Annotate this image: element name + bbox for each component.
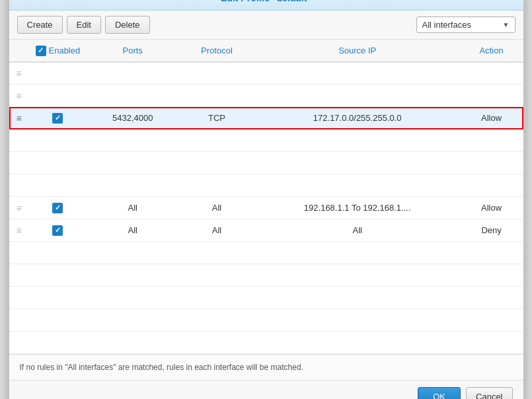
protocol-cell: All	[178, 197, 255, 219]
table-row: ≡	[9, 62, 523, 85]
action-cell	[460, 85, 523, 107]
header-checkbox[interactable]	[36, 46, 46, 56]
source-ip-cell: All	[255, 219, 460, 242]
col-enabled: Enabled	[29, 40, 87, 62]
source-ip-cell: 192.168.1.1 To 192.168.1....	[255, 197, 460, 219]
ports-cell: All	[87, 197, 178, 219]
col-drag	[9, 40, 29, 62]
edit-profile-dialog: Edit Profile "default" Create Edit Delet…	[9, 0, 524, 399]
interface-select-value: All interfaces	[422, 20, 471, 30]
row-checkbox[interactable]	[52, 113, 63, 124]
edit-button[interactable]: Edit	[67, 16, 101, 34]
ports-cell: 5432,4000	[87, 107, 178, 129]
protocol-cell	[178, 62, 255, 85]
create-button[interactable]: Create	[17, 16, 63, 34]
action-cell: Deny	[460, 219, 523, 242]
table-row	[9, 309, 523, 332]
enabled-cell[interactable]	[29, 219, 87, 242]
protocol-cell: TCP	[178, 107, 255, 129]
ports-cell	[87, 62, 178, 85]
action-cell: Allow	[460, 107, 523, 129]
rules-table: Enabled Ports Protocol Source IP Action …	[9, 40, 523, 354]
drag-handle-cell: ≡	[9, 85, 29, 107]
table-row	[9, 129, 523, 152]
drag-handle-icon[interactable]: ≡	[16, 68, 21, 79]
ports-cell: All	[87, 219, 178, 242]
row-checkbox[interactable]	[52, 203, 63, 213]
interface-select[interactable]: All interfaces ▼	[416, 17, 515, 33]
drag-handle-cell: ≡	[9, 107, 29, 129]
table-row[interactable]: ≡ All All 192.168.1.1 To 192.168.1.... A…	[9, 197, 523, 219]
dialog-title-bar: Edit Profile "default"	[9, 0, 523, 11]
table-row	[9, 287, 523, 309]
drag-handle-icon[interactable]: ≡	[16, 225, 21, 236]
dialog-title: Edit Profile "default"	[221, 0, 311, 3]
drag-handle-cell: ≡	[9, 197, 29, 219]
enabled-cell[interactable]	[29, 197, 87, 219]
enabled-cell	[29, 62, 87, 85]
cancel-button[interactable]: Cancel	[466, 387, 512, 399]
col-protocol: Protocol	[178, 40, 255, 62]
drag-handle-cell: ≡	[9, 62, 29, 85]
ok-button[interactable]: OK	[418, 387, 461, 399]
table-row: ≡	[9, 85, 523, 107]
source-ip-cell	[255, 62, 460, 85]
action-cell	[460, 62, 523, 85]
table-container: Enabled Ports Protocol Source IP Action …	[9, 40, 523, 354]
drag-handle-icon[interactable]: ≡	[16, 91, 21, 101]
ports-cell	[87, 85, 178, 107]
source-ip-cell: 172.17.0.0/255.255.0.0	[255, 107, 460, 129]
table-row	[9, 242, 523, 264]
footer-note: If no rules in "All interfaces" are matc…	[9, 354, 523, 380]
table-row-highlighted[interactable]: ≡ 5432,4000 TCP 172.17.0.0/255.255.0.0 A…	[9, 107, 523, 129]
col-action: Action	[460, 40, 523, 62]
drag-handle-cell: ≡	[9, 219, 29, 242]
table-row	[9, 332, 523, 354]
source-ip-cell	[255, 85, 460, 107]
table-row[interactable]: ≡ All All All Deny	[9, 219, 523, 242]
action-cell: Allow	[460, 197, 523, 219]
drag-handle-icon[interactable]: ≡	[16, 113, 21, 124]
row-checkbox[interactable]	[52, 225, 63, 236]
table-row	[9, 174, 523, 197]
enabled-cell[interactable]	[29, 107, 87, 129]
table-row	[9, 264, 523, 287]
toolbar-left: Create Edit Delete	[17, 16, 150, 34]
protocol-cell: All	[178, 219, 255, 242]
dropdown-arrow-icon: ▼	[503, 21, 510, 28]
drag-handle-icon[interactable]: ≡	[16, 203, 21, 213]
delete-button[interactable]: Delete	[105, 16, 150, 34]
toolbar: Create Edit Delete All interfaces ▼	[9, 11, 523, 40]
table-header-row: Enabled Ports Protocol Source IP Action	[9, 40, 523, 62]
footer-buttons: OK Cancel	[9, 380, 523, 399]
table-row	[9, 152, 523, 174]
col-source-ip: Source IP	[255, 40, 460, 62]
col-ports: Ports	[87, 40, 178, 62]
enabled-cell	[29, 85, 87, 107]
protocol-cell	[178, 85, 255, 107]
